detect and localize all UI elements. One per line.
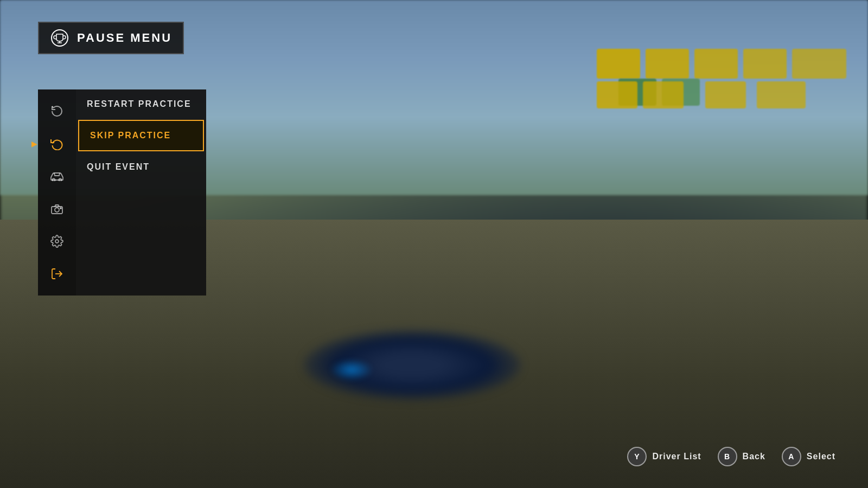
trophy-icon <box>50 28 69 48</box>
svg-point-6 <box>55 208 59 212</box>
bg-car-glow <box>330 359 373 381</box>
hint-select: A Select <box>782 447 835 466</box>
svg-point-8 <box>55 240 59 243</box>
sidebar-icon-skip[interactable]: ▶ <box>38 127 76 160</box>
a-button: A <box>782 447 801 466</box>
icon-sidebar: ▶ <box>38 89 76 296</box>
sidebar-icon-restart[interactable] <box>38 95 76 127</box>
svg-point-7 <box>60 208 61 209</box>
hint-back: B Back <box>718 447 765 466</box>
sidebar-arrow: ▶ <box>31 139 37 148</box>
sidebar-icon-exit[interactable] <box>38 258 76 290</box>
menu-item-quit-event[interactable]: QUIT EVENT <box>76 152 206 182</box>
sidebar-icon-settings[interactable] <box>38 225 76 258</box>
menu-item-restart-practice[interactable]: RESTART PRACTICE <box>76 89 206 119</box>
menu-container: ▶ <box>38 89 206 296</box>
pause-title-text: PAUSE MENU <box>77 31 172 45</box>
hint-back-label: Back <box>743 452 765 461</box>
menu-item-skip-practice[interactable]: SKIP PRACTICE <box>78 120 204 151</box>
hint-driver-list-label: Driver List <box>652 452 701 461</box>
controller-hints: Y Driver List B Back A Select <box>627 447 835 466</box>
menu-panel: RESTART PRACTICE SKIP PRACTICE QUIT EVEN… <box>76 89 206 296</box>
y-button: Y <box>627 447 647 466</box>
sidebar-icon-camera[interactable] <box>38 192 76 225</box>
b-button: B <box>718 447 737 466</box>
hint-driver-list: Y Driver List <box>627 447 701 466</box>
pause-menu-title-bar: PAUSE MENU <box>38 22 184 54</box>
sidebar-icon-car[interactable] <box>38 160 76 192</box>
hint-select-label: Select <box>807 452 835 461</box>
